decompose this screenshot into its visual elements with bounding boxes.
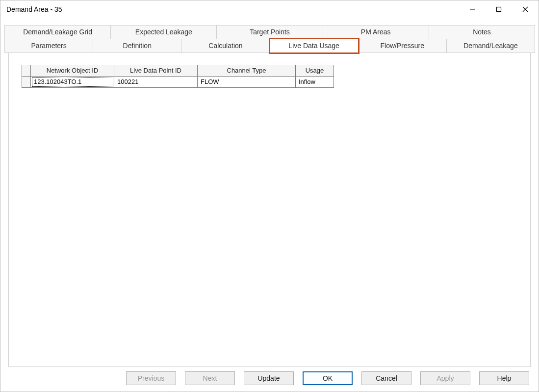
minimize-button[interactable] [459, 0, 486, 18]
tab-row-2: Parameters Definition Calculation Live D… [4, 39, 535, 53]
tab-pm-areas[interactable]: PM Areas [323, 25, 429, 39]
cell-channel-type[interactable]: FLOW [198, 77, 296, 88]
tab-container: Demand/Leakage Grid Expected Leakage Tar… [4, 25, 535, 367]
grid-header-row: Network Object ID Live Data Point ID Cha… [22, 65, 334, 77]
tab-parameters[interactable]: Parameters [4, 39, 93, 53]
table-row[interactable]: 123.102043TO.1 100221 FLOW Inflow [22, 77, 334, 88]
window-controls [459, 0, 539, 18]
tab-row-1: Demand/Leakage Grid Expected Leakage Tar… [4, 25, 535, 39]
tab-definition[interactable]: Definition [93, 39, 181, 53]
close-icon [522, 6, 528, 12]
help-button[interactable]: Help [479, 371, 529, 385]
tab-notes[interactable]: Notes [429, 25, 535, 39]
cancel-button[interactable]: Cancel [361, 371, 411, 385]
tab-calculation[interactable]: Calculation [181, 39, 270, 53]
maximize-icon [496, 6, 502, 12]
dialog-button-bar: Previous Next Update OK Cancel Apply Hel… [126, 371, 529, 385]
ok-button[interactable]: OK [303, 371, 353, 385]
update-button[interactable]: Update [244, 371, 294, 385]
cell-network-object-id[interactable]: 123.102043TO.1 [31, 77, 114, 88]
row-handle[interactable] [22, 77, 31, 88]
cell-live-data-point-id[interactable]: 100221 [114, 77, 198, 88]
window-title: Demand Area - 35 [6, 5, 62, 13]
close-button[interactable] [512, 0, 539, 18]
previous-button[interactable]: Previous [126, 371, 176, 385]
cell-usage[interactable]: Inflow [296, 77, 334, 88]
svg-rect-1 [497, 7, 501, 12]
tab-flow-pressure[interactable]: Flow/Pressure [358, 39, 447, 53]
col-usage[interactable]: Usage [296, 65, 334, 77]
title-bar: Demand Area - 35 [0, 0, 539, 18]
tab-live-data-usage[interactable]: Live Data Usage [270, 39, 359, 53]
next-button[interactable]: Next [185, 371, 235, 385]
tab-demand-leakage-grid[interactable]: Demand/Leakage Grid [4, 25, 111, 39]
minimize-icon [469, 6, 475, 12]
col-network-object-id[interactable]: Network Object ID [31, 65, 114, 77]
grid-corner [22, 65, 31, 77]
tab-expected-leakage[interactable]: Expected Leakage [110, 25, 217, 39]
col-channel-type[interactable]: Channel Type [198, 65, 296, 77]
tab-demand-leakage[interactable]: Demand/Leakage [446, 39, 535, 53]
apply-button[interactable]: Apply [420, 371, 470, 385]
maximize-button[interactable] [486, 0, 512, 18]
live-data-grid[interactable]: Network Object ID Live Data Point ID Cha… [22, 65, 334, 88]
tab-target-points[interactable]: Target Points [216, 25, 323, 39]
col-live-data-point-id[interactable]: Live Data Point ID [114, 65, 198, 77]
tab-content: Network Object ID Live Data Point ID Cha… [8, 53, 531, 367]
